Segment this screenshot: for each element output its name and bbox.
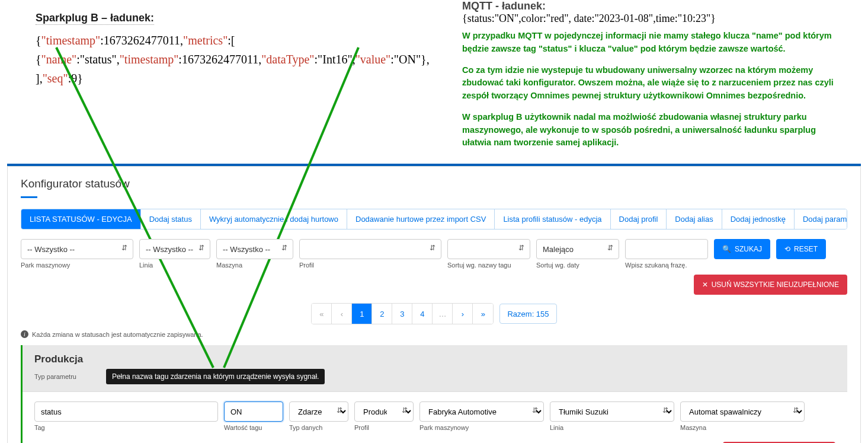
filter-search-input[interactable]	[625, 239, 708, 259]
tab-wykryj-auto[interactable]: Wykryj automatycznie i dodaj hurtowo	[201, 209, 347, 229]
filter-park[interactable]: -- Wszystko --	[21, 239, 133, 259]
info-line: i Każda zmiana w statusach jest automaty…	[21, 330, 847, 338]
tab-dodaj-parametr[interactable]: Dodaj parametr	[795, 209, 847, 229]
page-next[interactable]: ›	[453, 304, 473, 324]
maszyna-label: Maszyna	[680, 424, 805, 431]
close-icon: ✕	[702, 281, 708, 289]
tag-input[interactable]	[34, 401, 218, 422]
reset-button[interactable]: ⟲ RESET	[776, 239, 826, 259]
explanation-text: W przypadku MQTT w pojedynczej informacj…	[462, 30, 841, 149]
status-card-produkcja: Produkcja Typ parametru Pełna nazwa tagu…	[21, 345, 847, 443]
page-4[interactable]: 4	[412, 304, 433, 324]
tooltip: Pełna nazwa tagu zdarzenia na którym urz…	[106, 369, 325, 384]
sparkplug-title: Sparkplug B – ładunek:	[36, 12, 154, 25]
total-count: Razem: 155	[499, 304, 556, 324]
sparkplug-json-line2: {"name":"status","timestamp":16732624770…	[36, 50, 462, 69]
refresh-icon: ⟲	[784, 245, 790, 253]
linia-label: Linia	[550, 424, 674, 431]
filter-sort-tag[interactable]	[447, 239, 530, 259]
linia-select[interactable]: Tłumiki Suzuki	[550, 401, 674, 422]
profil-label: Profil	[354, 424, 414, 431]
park-maszynowy-label: Park maszynowy	[419, 424, 544, 431]
sparkplug-json-line1: {"timestamp":1673262477011,"metrics":[	[36, 31, 462, 50]
mqtt-payload: {status:"ON",color:"red", date:"2023-01-…	[462, 12, 841, 25]
tab-dodaj-profil[interactable]: Dodaj profil	[611, 209, 667, 229]
delete-all-incomplete-button[interactable]: ✕ USUŃ WSZSYTKIE NIEUZUPEŁNIONE	[694, 275, 847, 295]
tag-label: Tag	[34, 424, 218, 431]
wartosc-tagu-label: Wartość tagu	[224, 424, 283, 431]
page-3[interactable]: 3	[392, 304, 412, 324]
filter-maszyna-label: Maszyna	[216, 262, 293, 269]
filter-linia-label: Linia	[139, 262, 210, 269]
filter-park-label: Park maszynowy	[21, 262, 133, 269]
typ-danych-label: Typ danych	[289, 424, 348, 431]
pagination: « ‹ 1 2 3 4 … › »	[311, 303, 494, 324]
status-card-title: Produkcja	[34, 353, 835, 365]
panel-title: Konfigurator statusów	[21, 177, 847, 190]
filter-maszyna[interactable]: -- Wszystko --	[216, 239, 293, 259]
filter-linia[interactable]: -- Wszystko --	[139, 239, 210, 259]
page-ellipsis: …	[433, 304, 453, 324]
park-maszynowy-select[interactable]: Fabryka Automotive	[419, 401, 544, 422]
search-icon: 🔍	[722, 245, 731, 253]
tab-dodaj-alias[interactable]: Dodaj alias	[667, 209, 722, 229]
filter-sort-date-label: Sortuj wg. daty	[536, 262, 619, 269]
maszyna-select[interactable]: Automat spawalniczy	[680, 401, 805, 422]
filter-profil[interactable]	[299, 239, 441, 259]
tabs: LISTA STATUSÓW - EDYCJA Dodaj status Wyk…	[21, 209, 847, 230]
sparkplug-json-line3: ],"seq":9}	[36, 69, 462, 88]
filter-sort-tag-label: Sortuj wg. nazwy tagu	[447, 262, 530, 269]
page-1[interactable]: 1	[352, 304, 372, 324]
page-prev[interactable]: ‹	[332, 304, 352, 324]
profil-select[interactable]: Produkcja	[354, 401, 414, 422]
tab-dodaj-status[interactable]: Dodaj status	[141, 209, 201, 229]
info-icon: i	[21, 330, 28, 338]
search-button[interactable]: 🔍 SZUKAJ	[714, 239, 770, 259]
filter-profil-label: Profil	[299, 262, 441, 269]
page-last[interactable]: »	[473, 304, 493, 324]
tab-lista-statusow[interactable]: LISTA STATUSÓW - EDYCJA	[21, 209, 141, 229]
tab-lista-profili[interactable]: Lista profili statusów - edycja	[495, 209, 610, 229]
tab-dodaj-jednostke[interactable]: Dodaj jednostkę	[722, 209, 795, 229]
tab-import-csv[interactable]: Dodawanie hurtowe przez import CSV	[347, 209, 495, 229]
typ-danych-select[interactable]: Zdarzenie	[289, 401, 348, 422]
filter-search-label: Wpisz szukaną frazę.	[625, 262, 708, 269]
typ-parametru-label: Typ parametru	[34, 373, 76, 380]
configurator-panel: Konfigurator statusów LISTA STATUSÓW - E…	[7, 166, 861, 443]
page-2[interactable]: 2	[372, 304, 392, 324]
mqtt-title: MQTT - ładunek:	[462, 0, 841, 12]
filter-sort-date[interactable]: Malejąco	[536, 239, 619, 259]
page-first[interactable]: «	[312, 304, 332, 324]
wartosc-tagu-input[interactable]	[224, 401, 283, 422]
